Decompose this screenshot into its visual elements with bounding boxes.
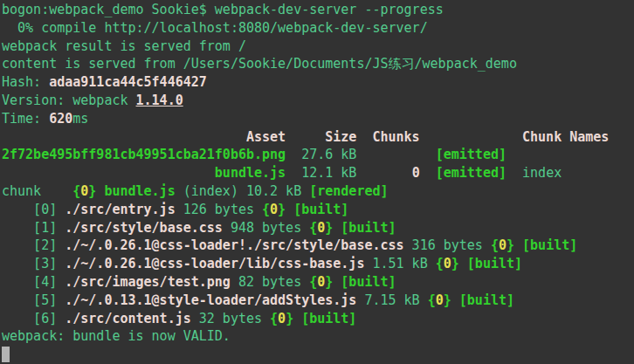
terminal-text-segment: ms	[72, 111, 88, 127]
terminal-text-segment: [3]	[2, 256, 65, 271]
terminal-text-segment: (index) 10.2 kB	[176, 183, 310, 199]
terminal-text-segment: 0	[412, 165, 420, 181]
terminal-line: [1] ./src/style/base.css 948 bytes {0} […	[2, 219, 634, 237]
terminal-text-segment: 2f72be495bff981cb49951cba21f0b6b.png	[2, 147, 286, 162]
terminal-text-segment: 27.6 kB	[286, 147, 436, 162]
terminal-text-segment: 1.14.0	[136, 93, 183, 108]
terminal-line: [2] ./~/.0.26.1@css-loader!./src/style/b…	[2, 237, 634, 255]
terminal-text-segment: 0	[270, 202, 278, 217]
terminal-text-segment: chunk	[2, 183, 72, 199]
terminal-text-segment: [5]	[2, 292, 65, 308]
terminal-text-segment: }	[451, 256, 459, 271]
terminal-text-segment: [emitted]	[436, 147, 507, 162]
terminal-text-segment: }	[286, 311, 293, 326]
terminal-text-segment: ./src/style/base.css	[65, 220, 223, 236]
terminal-text-segment: [built]	[301, 311, 356, 326]
terminal-text-segment: }	[325, 220, 333, 236]
terminal-text-segment: [2]	[2, 237, 65, 253]
terminal-text-segment: 12.1 kB	[286, 165, 412, 181]
terminal-text-segment: [built]	[341, 274, 396, 290]
terminal-text-segment: 0	[499, 237, 507, 253]
terminal-text-segment: 0% compile http://localhost:8080/webpack…	[2, 20, 428, 36]
terminal-text-segment: 620	[49, 111, 72, 127]
terminal-text-segment: webpack: bundle is now VALID.	[2, 328, 231, 344]
terminal-text-segment: bundle.js	[215, 165, 286, 181]
terminal-screen[interactable]: bogon:webpack_demo Sookie$ webpack-dev-s…	[0, 0, 634, 364]
terminal-text-segment: index	[507, 165, 562, 181]
terminal-text-segment: ./src/images/test.png	[65, 274, 231, 290]
terminal-text-segment: 82 bytes	[231, 274, 309, 290]
terminal-line: bundle.js 12.1 kB 0 [emitted] index	[2, 164, 634, 182]
terminal-line: chunk {0} bundle.js (index) 10.2 kB [ren…	[2, 182, 634, 201]
terminal-line: Version: webpack 1.14.0	[2, 92, 634, 110]
terminal-line: [5] ./~/.0.13.1@style-loader/addStyles.j…	[2, 292, 634, 310]
terminal-text-segment	[459, 256, 467, 271]
terminal-text-segment: {	[262, 202, 270, 217]
terminal-text-segment	[293, 311, 301, 326]
terminal-line: [0] ./src/entry.js 126 bytes {0} [built]	[2, 201, 634, 219]
terminal-text-segment: 316 bytes	[404, 237, 491, 253]
terminal-text-segment: {	[428, 292, 436, 308]
terminal-line: bogon:webpack_demo Sookie$ webpack-dev-s…	[2, 1, 634, 19]
terminal-text-segment: 0	[436, 292, 444, 308]
terminal-line	[2, 346, 634, 364]
terminal-text-segment: [built]	[293, 202, 348, 217]
terminal-text-segment	[451, 292, 459, 308]
terminal-line: Asset Size Chunks Chunk Names	[2, 128, 634, 147]
terminal-text-segment: Time:	[2, 111, 49, 127]
terminal-text-segment: 0	[317, 220, 325, 236]
terminal-text-segment: {	[491, 237, 499, 253]
terminal-text-segment: [built]	[459, 292, 514, 308]
terminal-text-segment: }	[325, 274, 333, 290]
terminal-text-segment: 1.51 kB	[364, 256, 435, 271]
terminal-text-segment: ./~/.0.13.1@style-loader/addStyles.js	[65, 292, 356, 308]
terminal-text-segment: {	[309, 220, 317, 236]
terminal-line: [4] ./src/images/test.png 82 bytes {0} […	[2, 273, 634, 292]
terminal-line: webpack: bundle is now VALID.	[2, 327, 634, 346]
terminal-text-segment: [built]	[467, 256, 522, 271]
terminal-text-segment: Hash:	[2, 74, 49, 90]
terminal-text-segment: 948 bytes	[223, 220, 309, 236]
terminal-text-segment: 126 bytes	[176, 202, 262, 217]
terminal-text-segment: webpack result is served from /	[2, 38, 246, 54]
terminal-text-segment: }	[507, 237, 514, 253]
terminal-line: webpack result is served from /	[2, 38, 634, 56]
terminal-text-segment: bogon:webpack_demo Sookie$ webpack-dev-s…	[2, 2, 444, 17]
terminal-line: 0% compile http://localhost:8080/webpack…	[2, 19, 634, 38]
terminal-output: bogon:webpack_demo Sookie$ webpack-dev-s…	[2, 1, 634, 364]
terminal-text-segment: {	[309, 274, 317, 290]
terminal-text-segment: 0	[278, 311, 286, 326]
terminal-text-segment: [6]	[2, 311, 65, 326]
terminal-text-segment: [1]	[2, 220, 65, 236]
terminal-text-segment: Asset Size Chunks Chunk Names	[2, 129, 609, 145]
terminal-text-segment: 32 bytes	[191, 311, 270, 326]
terminal-text-segment: [emitted]	[436, 165, 507, 181]
terminal-line: 2f72be495bff981cb49951cba21f0b6b.png 27.…	[2, 146, 634, 164]
terminal-text-segment: 0	[444, 256, 451, 271]
terminal-text-segment: ./~/.0.26.1@css-loader/lib/css-base.js	[65, 256, 364, 271]
terminal-text-segment: ./~/.0.26.1@css-loader!./src/style/base.…	[65, 237, 403, 253]
terminal-cursor	[2, 347, 10, 362]
terminal-text-segment: {	[436, 256, 444, 271]
terminal-line: Time: 620ms	[2, 110, 634, 128]
terminal-text-segment: {	[270, 311, 278, 326]
terminal-line: [6] ./src/content.js 32 bytes {0} [built…	[2, 310, 634, 328]
terminal-text-segment: [built]	[522, 237, 577, 253]
terminal-text-segment	[420, 165, 436, 181]
terminal-text-segment: ./src/entry.js	[65, 202, 175, 217]
terminal-text-segment: 7.15 kB	[356, 292, 427, 308]
terminal-text-segment	[514, 237, 522, 253]
terminal-line: Hash: adaa911ca44c5f446427	[2, 73, 634, 92]
terminal-text-segment: [4]	[2, 274, 65, 290]
terminal-text-segment: content is served from /Users/Sookie/Doc…	[2, 56, 517, 72]
terminal-text-segment: 0	[80, 183, 88, 199]
terminal-text-segment	[2, 165, 215, 181]
terminal-text-segment: [0]	[2, 202, 65, 217]
terminal-text-segment: 0	[317, 274, 325, 290]
terminal-text-segment: [rendered]	[309, 183, 388, 199]
terminal-text-segment: [built]	[341, 220, 396, 236]
terminal-line: [3] ./~/.0.26.1@css-loader/lib/css-base.…	[2, 255, 634, 273]
terminal-text-segment: adaa911ca44c5f446427	[49, 74, 207, 90]
terminal-line: content is served from /Users/Sookie/Doc…	[2, 55, 634, 73]
terminal-text-segment	[333, 220, 341, 236]
